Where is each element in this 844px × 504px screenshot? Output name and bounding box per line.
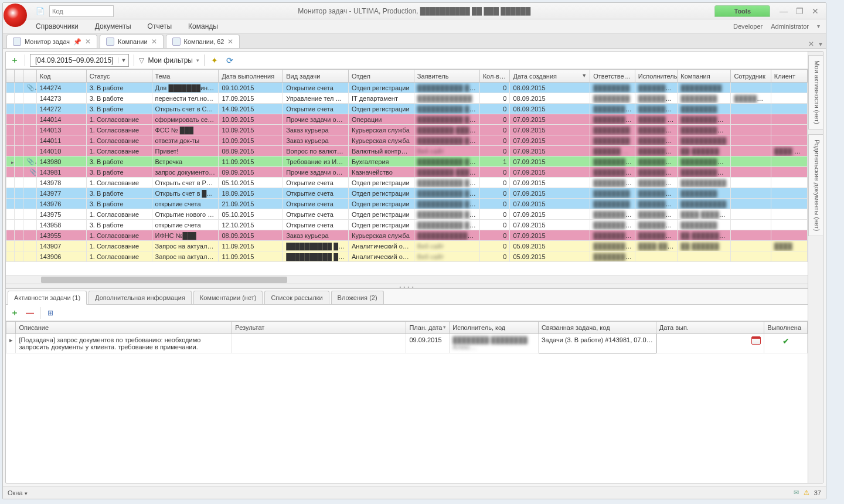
- col-desc[interactable]: Описание: [16, 322, 232, 334]
- cell[interactable]: 11.09.2015: [219, 241, 283, 251]
- cell[interactable]: 05.09.2015: [510, 241, 590, 251]
- expander-cell[interactable]: [6, 251, 15, 262]
- cell[interactable]: 07.09.2015: [510, 230, 590, 241]
- cell[interactable]: Отдел регистрации: [349, 188, 414, 199]
- cell[interactable]: ██████████: [590, 178, 635, 188]
- add-button[interactable]: ＋: [9, 55, 20, 66]
- cell[interactable]: Отдел регистрации: [349, 178, 414, 188]
- cell[interactable]: 1: [479, 156, 510, 167]
- cell[interactable]: ██████████: [635, 230, 677, 241]
- cell[interactable]: ████████: [590, 83, 635, 93]
- cell[interactable]: ██████████ ████████████: [414, 220, 479, 230]
- code-search-input[interactable]: [49, 5, 114, 17]
- cell[interactable]: Веб сайт: [414, 146, 479, 156]
- cell[interactable]: [731, 251, 771, 262]
- cell[interactable]: ██████████: [590, 114, 635, 125]
- close-all-icon[interactable]: ✕: [808, 40, 814, 48]
- cell[interactable]: ██████████ ██…: [678, 156, 731, 167]
- cell[interactable]: 07.09.2015: [510, 125, 590, 135]
- chevron-down-icon[interactable]: ▼: [118, 57, 128, 63]
- splitter[interactable]: • • • •: [6, 284, 808, 288]
- cell[interactable]: ██████████: [590, 230, 635, 241]
- cell[interactable]: Открытие счета: [283, 199, 349, 209]
- cell[interactable]: ██ ██████: [678, 146, 731, 156]
- cell[interactable]: 07.09.2015: [510, 178, 590, 188]
- cell[interactable]: ██████████ ██…: [414, 135, 479, 146]
- cell[interactable]: Курьерская служба: [349, 125, 414, 135]
- cell[interactable]: Управление тел н…: [283, 93, 349, 104]
- cell[interactable]: [771, 167, 807, 178]
- table-row[interactable]: 1442733. В работеперенести тел.но…17.09.…: [6, 93, 808, 104]
- pin-icon[interactable]: 📌: [73, 38, 81, 46]
- task-grid[interactable]: КодСтатусТемаДата выполненияВид задачиОт…: [6, 69, 808, 275]
- expander-cell[interactable]: [6, 114, 15, 125]
- cell[interactable]: ██████████: [635, 178, 677, 188]
- expander-cell[interactable]: [6, 188, 15, 199]
- cell[interactable]: 143977: [36, 188, 86, 199]
- cell[interactable]: 144274: [36, 83, 86, 93]
- cell[interactable]: 0: [479, 251, 510, 262]
- cell[interactable]: Открытие счета: [283, 104, 349, 114]
- cell[interactable]: [678, 251, 731, 262]
- table-row[interactable]: 1442723. В работеОткрыть счет в С…14.09.…: [6, 104, 808, 114]
- cell[interactable]: ██████████ ████████ █…: [414, 156, 479, 167]
- cell[interactable]: 3. В работе: [86, 83, 152, 93]
- cell[interactable]: ████████: [678, 104, 731, 114]
- cell[interactable]: 0: [479, 241, 510, 251]
- cell[interactable]: ██████████: [635, 188, 677, 199]
- cell[interactable]: [731, 146, 771, 156]
- cell[interactable]: 0: [479, 188, 510, 199]
- column-header[interactable]: Тема: [152, 70, 219, 83]
- column-header[interactable]: Дата выполнения: [219, 70, 283, 83]
- cell[interactable]: ████: [771, 241, 807, 251]
- cell[interactable]: ██████████: [590, 104, 635, 114]
- cell[interactable]: 05.10.2015: [219, 178, 283, 188]
- cell[interactable]: ████████: [678, 93, 731, 104]
- envelope-icon[interactable]: ✉: [794, 489, 799, 496]
- cell[interactable]: Открытие счета: [283, 188, 349, 199]
- expander-cell[interactable]: [6, 104, 15, 114]
- maximize-button[interactable]: ❐: [796, 6, 804, 16]
- chevron-down-icon[interactable]: ▾: [817, 23, 820, 29]
- detail-tab-mailing[interactable]: Список рассылки: [264, 291, 329, 304]
- cell[interactable]: [731, 167, 771, 178]
- cell[interactable]: Аналитический от…: [349, 241, 414, 251]
- cell[interactable]: ████████ ████: [635, 167, 677, 178]
- cell[interactable]: ██████████…: [635, 146, 677, 156]
- cell[interactable]: Привет!: [152, 146, 219, 156]
- cell[interactable]: [771, 230, 807, 241]
- cell[interactable]: [771, 156, 807, 167]
- detail-row[interactable]: ▸ [Подзадача] запрос документов по требо…: [6, 334, 808, 353]
- cell[interactable]: [731, 135, 771, 146]
- cell[interactable]: ██████████: [590, 209, 635, 220]
- cell[interactable]: ██████████: [635, 93, 677, 104]
- cell[interactable]: [771, 251, 807, 262]
- table-row[interactable]: ▸ ▾📎1439803. В работеВстречка11.09.2015Т…: [6, 156, 808, 167]
- cell[interactable]: ████████ ██████ …: [414, 125, 479, 135]
- expander-cell[interactable]: [6, 230, 15, 241]
- cell[interactable]: 09.09.2015: [219, 167, 283, 178]
- cell[interactable]: 143981: [36, 167, 86, 178]
- cell[interactable]: Открыть счет в Р…: [152, 178, 219, 188]
- cell[interactable]: Вопрос по валютн…: [283, 146, 349, 156]
- cell[interactable]: 143978: [36, 178, 86, 188]
- table-row[interactable]: 1439551. СогласованиеИФНС №███08.09.2015…: [6, 230, 808, 241]
- cell[interactable]: IT департамент: [349, 93, 414, 104]
- cell[interactable]: ИФНС №███: [152, 230, 219, 241]
- cell[interactable]: ФСС № ███: [152, 125, 219, 135]
- col-executor[interactable]: Исполнитель, код: [450, 322, 539, 334]
- minimize-button[interactable]: —: [780, 6, 788, 16]
- col-datedone[interactable]: Дата вып.: [656, 322, 764, 334]
- cell[interactable]: [771, 199, 807, 209]
- cell[interactable]: ██████████████████ ██████ …: [414, 230, 479, 241]
- column-header[interactable]: [23, 70, 36, 83]
- cell[interactable]: Для ███████ина.С…: [152, 83, 219, 93]
- cell[interactable]: 08.09.2015: [510, 93, 590, 104]
- col-done[interactable]: Выполнена: [764, 322, 808, 334]
- table-row[interactable]: 1440111. Согласованиеотвезти док-ты10.09…: [6, 135, 808, 146]
- cell[interactable]: 0: [479, 125, 510, 135]
- table-row[interactable]: 1440131. СогласованиеФСС № ███10.09.2015…: [6, 125, 808, 135]
- warning-icon[interactable]: ⚠: [804, 489, 809, 496]
- cell[interactable]: 17.09.2015: [219, 93, 283, 104]
- column-header[interactable]: Заявитель: [414, 70, 479, 83]
